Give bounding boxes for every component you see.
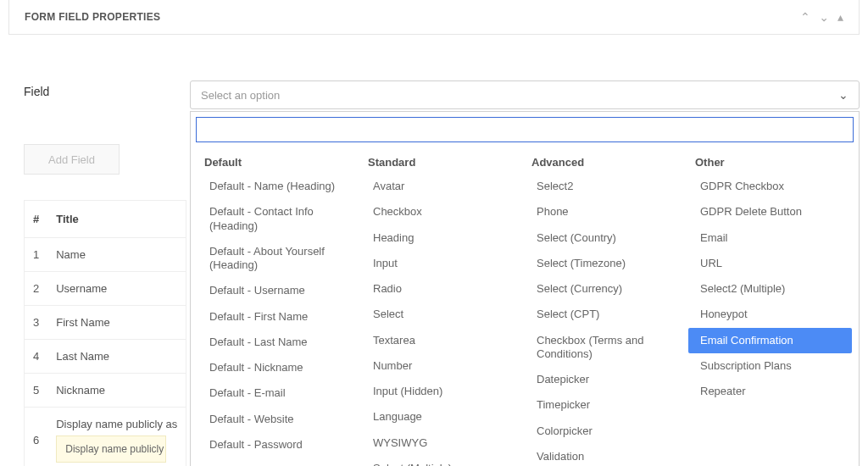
option-select-multiple[interactable]: Select (Multiple) <box>361 456 525 466</box>
option-number[interactable]: Number <box>361 353 525 379</box>
table-header-row: # Title <box>25 201 186 238</box>
header-title: Title <box>47 201 186 238</box>
option-default-website[interactable]: Default - Website <box>198 407 361 432</box>
option-default-repeat-password[interactable]: Default - Repeat Password <box>198 458 361 466</box>
cell-num: 1 <box>25 238 48 272</box>
table-row[interactable]: 1 Name <box>25 238 186 272</box>
option-repeater[interactable]: Repeater <box>688 379 852 404</box>
option-gdpr-delete[interactable]: GDPR Delete Button <box>688 199 852 225</box>
group-standard: Standard Avatar Checkbox Heading Input R… <box>361 151 525 466</box>
option-input[interactable]: Input <box>361 251 525 276</box>
panel-title: FORM FIELD PROPERTIES <box>25 11 160 23</box>
panel-controls: ⌃ ⌃ ▴ <box>800 10 843 24</box>
option-checkbox-terms[interactable]: Checkbox (Terms and Conditions) <box>525 328 688 368</box>
cell-num: 3 <box>25 306 48 340</box>
option-timepicker[interactable]: Timepicker <box>525 392 688 418</box>
display-name-notice: Display name publicly <box>56 435 166 463</box>
option-default-last-name[interactable]: Default - Last Name <box>198 330 361 355</box>
table-row[interactable]: 3 First Name <box>25 306 186 340</box>
option-select-country[interactable]: Select (Country) <box>525 225 688 251</box>
option-default-name-heading[interactable]: Default - Name (Heading) <box>198 174 361 199</box>
add-field-label: Add Field <box>48 153 95 166</box>
option-language[interactable]: Language <box>361 404 525 430</box>
cell-title: Display name publicly as Display name pu… <box>47 408 186 467</box>
cell-num: 2 <box>25 272 48 306</box>
group-standard-header: Standard <box>361 151 525 174</box>
dropdown-columns: Default Default - Name (Heading) Default… <box>191 147 859 466</box>
header-num: # <box>25 201 48 238</box>
cell-num: 5 <box>25 374 48 408</box>
cell-title: Last Name <box>47 340 186 374</box>
option-email-confirmation[interactable]: Email Confirmation <box>688 328 852 353</box>
dropdown-search-input[interactable] <box>196 117 854 142</box>
option-honeypot[interactable]: Honeypot <box>688 302 852 327</box>
option-select2[interactable]: Select2 <box>525 174 688 199</box>
option-wysiwyg[interactable]: WYSIWYG <box>361 430 525 456</box>
group-advanced: Advanced Select2 Phone Select (Country) … <box>525 151 688 466</box>
cell-title: Name <box>47 238 186 272</box>
option-validation[interactable]: Validation <box>525 444 688 466</box>
sort-up-icon[interactable]: ⌃ <box>800 10 810 24</box>
option-select2-multiple[interactable]: Select2 (Multiple) <box>688 276 852 302</box>
table-row[interactable]: 2 Username <box>25 272 186 306</box>
cell-title: Nickname <box>47 374 186 408</box>
table-row[interactable]: 5 Nickname <box>25 374 186 408</box>
table-row[interactable]: 4 Last Name <box>25 340 186 374</box>
option-select-cpt[interactable]: Select (CPT) <box>525 302 688 327</box>
field-label: Field <box>24 80 190 109</box>
option-default-email[interactable]: Default - E-mail <box>198 380 361 406</box>
option-datepicker[interactable]: Datepicker <box>525 367 688 392</box>
cell-title-text: Display name publicly as <box>56 418 177 430</box>
option-url[interactable]: URL <box>688 251 852 276</box>
cell-num: 4 <box>25 340 48 374</box>
option-phone[interactable]: Phone <box>525 199 688 225</box>
field-row: Field Select an option ⌄ Default Default… <box>8 35 860 109</box>
option-select[interactable]: Select <box>361 302 525 327</box>
option-email[interactable]: Email <box>688 225 852 251</box>
option-heading[interactable]: Heading <box>361 225 525 251</box>
sort-down-icon[interactable]: ⌃ <box>819 10 829 24</box>
option-default-contact-heading[interactable]: Default - Contact Info (Heading) <box>198 199 361 239</box>
group-other: Other GDPR Checkbox GDPR Delete Button E… <box>688 151 852 466</box>
add-field-button[interactable]: Add Field <box>24 144 120 175</box>
option-radio[interactable]: Radio <box>361 276 525 302</box>
option-input-hidden[interactable]: Input (Hidden) <box>361 379 525 404</box>
group-default-header: Default <box>198 151 361 174</box>
option-default-first-name[interactable]: Default - First Name <box>198 304 361 330</box>
chevron-down-icon: ⌄ <box>838 88 849 102</box>
group-advanced-header: Advanced <box>525 151 688 174</box>
option-default-password[interactable]: Default - Password <box>198 432 361 458</box>
option-default-nickname[interactable]: Default - Nickname <box>198 355 361 380</box>
group-default: Default Default - Name (Heading) Default… <box>198 151 361 466</box>
cell-num: 6 <box>25 408 48 467</box>
field-select-placeholder: Select an option <box>201 89 280 102</box>
field-control: Select an option ⌄ Default Default - Nam… <box>190 80 860 109</box>
option-select-timezone[interactable]: Select (Timezone) <box>525 251 688 276</box>
option-textarea[interactable]: Textarea <box>361 328 525 353</box>
group-other-header: Other <box>688 151 852 174</box>
table-row[interactable]: 6 Display name publicly as Display name … <box>25 408 186 467</box>
panel-header: FORM FIELD PROPERTIES ⌃ ⌃ ▴ <box>8 0 860 35</box>
option-subscription-plans[interactable]: Subscription Plans <box>688 353 852 379</box>
collapse-icon[interactable]: ▴ <box>837 10 843 24</box>
option-select-currency[interactable]: Select (Currency) <box>525 276 688 302</box>
lower-section: Add Field # Title 1 Name 2 Username 3 Fi… <box>24 144 185 466</box>
field-dropdown: Default Default - Name (Heading) Default… <box>190 111 860 466</box>
field-select-trigger[interactable]: Select an option ⌄ <box>190 80 860 109</box>
properties-panel: FORM FIELD PROPERTIES ⌃ ⌃ ▴ Field Select… <box>0 0 868 466</box>
option-avatar[interactable]: Avatar <box>361 174 525 199</box>
cell-title: Username <box>47 272 186 306</box>
cell-title: First Name <box>47 306 186 340</box>
option-colorpicker[interactable]: Colorpicker <box>525 419 688 444</box>
option-default-about-heading[interactable]: Default - About Yourself (Heading) <box>198 239 361 279</box>
fields-table: # Title 1 Name 2 Username 3 First Name 4… <box>24 200 186 466</box>
option-default-username[interactable]: Default - Username <box>198 278 361 303</box>
option-checkbox[interactable]: Checkbox <box>361 199 525 225</box>
option-gdpr-checkbox[interactable]: GDPR Checkbox <box>688 174 852 199</box>
